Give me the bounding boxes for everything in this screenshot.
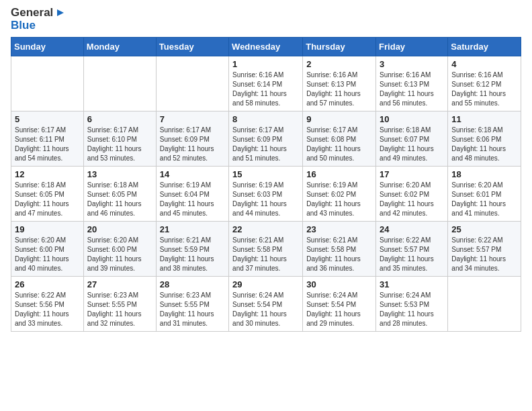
calendar-cell: 7Sunrise: 6:17 AMSunset: 6:09 PMDaylight… <box>156 111 228 167</box>
day-info: Sunrise: 6:17 AMSunset: 6:09 PMDaylight:… <box>232 126 299 163</box>
calendar-cell: 15Sunrise: 6:19 AMSunset: 6:03 PMDayligh… <box>229 167 303 222</box>
weekday-header-thursday: Thursday <box>303 38 376 56</box>
day-info: Sunrise: 6:20 AMSunset: 6:00 PMDaylight:… <box>87 236 152 273</box>
day-number: 11 <box>451 114 517 124</box>
day-info: Sunrise: 6:21 AMSunset: 5:58 PMDaylight:… <box>306 236 372 273</box>
calendar-week-2: 12Sunrise: 6:18 AMSunset: 6:05 PMDayligh… <box>11 167 521 222</box>
calendar-cell: 3Sunrise: 6:16 AMSunset: 6:13 PMDaylight… <box>376 56 448 111</box>
logo-arrow-icon <box>54 7 66 19</box>
calendar-cell: 21Sunrise: 6:21 AMSunset: 5:59 PMDayligh… <box>156 222 228 277</box>
day-number: 13 <box>87 169 152 179</box>
calendar-cell: 9Sunrise: 6:17 AMSunset: 6:08 PMDaylight… <box>303 111 376 167</box>
svg-marker-0 <box>57 9 64 16</box>
day-info: Sunrise: 6:18 AMSunset: 6:06 PMDaylight:… <box>451 126 517 163</box>
day-info: Sunrise: 6:17 AMSunset: 6:11 PMDaylight:… <box>15 126 80 163</box>
calendar-cell: 10Sunrise: 6:18 AMSunset: 6:07 PMDayligh… <box>376 111 448 167</box>
day-info: Sunrise: 6:19 AMSunset: 6:04 PMDaylight:… <box>160 181 225 218</box>
calendar-cell: 11Sunrise: 6:18 AMSunset: 6:06 PMDayligh… <box>448 111 521 167</box>
calendar-cell: 19Sunrise: 6:20 AMSunset: 6:00 PMDayligh… <box>11 222 84 277</box>
calendar-week-0: 1Sunrise: 6:16 AMSunset: 6:14 PMDaylight… <box>11 56 521 111</box>
day-number: 7 <box>160 114 225 124</box>
day-number: 8 <box>232 114 299 124</box>
calendar-cell: 5Sunrise: 6:17 AMSunset: 6:11 PMDaylight… <box>11 111 84 167</box>
day-info: Sunrise: 6:19 AMSunset: 6:02 PMDaylight:… <box>306 181 372 218</box>
day-number: 28 <box>160 279 225 289</box>
calendar-cell: 4Sunrise: 6:16 AMSunset: 6:12 PMDaylight… <box>448 56 521 111</box>
day-number: 30 <box>306 279 372 289</box>
calendar-cell <box>83 56 156 111</box>
day-number: 9 <box>306 114 372 124</box>
day-number: 3 <box>380 59 444 69</box>
day-info: Sunrise: 6:19 AMSunset: 6:03 PMDaylight:… <box>232 181 299 218</box>
calendar-cell: 6Sunrise: 6:17 AMSunset: 6:10 PMDaylight… <box>83 111 156 167</box>
day-number: 15 <box>232 169 299 179</box>
calendar-cell: 24Sunrise: 6:22 AMSunset: 5:57 PMDayligh… <box>376 222 448 277</box>
calendar-page: General Blue SundayMondayTuesdayWednesda… <box>0 0 532 411</box>
day-info: Sunrise: 6:22 AMSunset: 5:57 PMDaylight:… <box>380 236 444 273</box>
day-info: Sunrise: 6:24 AMSunset: 5:54 PMDaylight:… <box>306 291 372 328</box>
logo-blue-text: Blue <box>11 19 66 32</box>
page-header: General Blue <box>11 7 521 32</box>
calendar-cell: 20Sunrise: 6:20 AMSunset: 6:00 PMDayligh… <box>83 222 156 277</box>
day-number: 25 <box>451 224 517 234</box>
day-number: 18 <box>451 169 517 179</box>
day-info: Sunrise: 6:17 AMSunset: 6:09 PMDaylight:… <box>160 126 225 163</box>
logo-container: General Blue <box>11 7 66 32</box>
day-info: Sunrise: 6:18 AMSunset: 6:05 PMDaylight:… <box>15 181 80 218</box>
day-info: Sunrise: 6:17 AMSunset: 6:10 PMDaylight:… <box>87 126 152 163</box>
day-number: 1 <box>232 59 299 69</box>
day-info: Sunrise: 6:16 AMSunset: 6:12 PMDaylight:… <box>451 71 517 108</box>
day-number: 24 <box>380 224 444 234</box>
logo: General Blue <box>11 7 66 32</box>
calendar-cell: 14Sunrise: 6:19 AMSunset: 6:04 PMDayligh… <box>156 167 228 222</box>
weekday-header-friday: Friday <box>376 38 448 56</box>
weekday-header-row: SundayMondayTuesdayWednesdayThursdayFrid… <box>11 38 521 56</box>
calendar-cell: 28Sunrise: 6:23 AMSunset: 5:55 PMDayligh… <box>156 277 228 332</box>
day-number: 31 <box>380 279 444 289</box>
weekday-header-wednesday: Wednesday <box>229 38 303 56</box>
weekday-header-monday: Monday <box>83 38 156 56</box>
calendar-week-1: 5Sunrise: 6:17 AMSunset: 6:11 PMDaylight… <box>11 111 521 167</box>
calendar-cell <box>156 56 228 111</box>
day-number: 2 <box>306 59 372 69</box>
weekday-header-saturday: Saturday <box>448 38 521 56</box>
calendar-cell: 8Sunrise: 6:17 AMSunset: 6:09 PMDaylight… <box>229 111 303 167</box>
calendar-cell: 17Sunrise: 6:20 AMSunset: 6:02 PMDayligh… <box>376 167 448 222</box>
calendar-cell: 12Sunrise: 6:18 AMSunset: 6:05 PMDayligh… <box>11 167 84 222</box>
calendar-cell: 26Sunrise: 6:22 AMSunset: 5:56 PMDayligh… <box>11 277 84 332</box>
calendar-week-4: 26Sunrise: 6:22 AMSunset: 5:56 PMDayligh… <box>11 277 521 332</box>
calendar-cell <box>448 277 521 332</box>
day-info: Sunrise: 6:24 AMSunset: 5:53 PMDaylight:… <box>380 291 444 328</box>
day-info: Sunrise: 6:23 AMSunset: 5:55 PMDaylight:… <box>87 291 152 328</box>
day-number: 10 <box>380 114 444 124</box>
calendar-cell: 31Sunrise: 6:24 AMSunset: 5:53 PMDayligh… <box>376 277 448 332</box>
calendar-cell: 1Sunrise: 6:16 AMSunset: 6:14 PMDaylight… <box>229 56 303 111</box>
calendar-cell: 23Sunrise: 6:21 AMSunset: 5:58 PMDayligh… <box>303 222 376 277</box>
day-number: 6 <box>87 114 152 124</box>
day-number: 12 <box>15 169 80 179</box>
calendar-week-3: 19Sunrise: 6:20 AMSunset: 6:00 PMDayligh… <box>11 222 521 277</box>
calendar-table: SundayMondayTuesdayWednesdayThursdayFrid… <box>11 37 521 332</box>
day-number: 16 <box>306 169 372 179</box>
calendar-cell: 22Sunrise: 6:21 AMSunset: 5:58 PMDayligh… <box>229 222 303 277</box>
day-info: Sunrise: 6:22 AMSunset: 5:56 PMDaylight:… <box>15 291 80 328</box>
day-info: Sunrise: 6:18 AMSunset: 6:05 PMDaylight:… <box>87 181 152 218</box>
calendar-cell: 30Sunrise: 6:24 AMSunset: 5:54 PMDayligh… <box>303 277 376 332</box>
day-number: 20 <box>87 224 152 234</box>
calendar-cell <box>11 56 84 111</box>
calendar-cell: 13Sunrise: 6:18 AMSunset: 6:05 PMDayligh… <box>83 167 156 222</box>
day-info: Sunrise: 6:20 AMSunset: 6:01 PMDaylight:… <box>451 181 517 218</box>
day-number: 21 <box>160 224 225 234</box>
calendar-cell: 2Sunrise: 6:16 AMSunset: 6:13 PMDaylight… <box>303 56 376 111</box>
weekday-header-sunday: Sunday <box>11 38 84 56</box>
calendar-cell: 27Sunrise: 6:23 AMSunset: 5:55 PMDayligh… <box>83 277 156 332</box>
day-number: 19 <box>15 224 80 234</box>
day-info: Sunrise: 6:20 AMSunset: 6:02 PMDaylight:… <box>380 181 444 218</box>
weekday-header-tuesday: Tuesday <box>156 38 228 56</box>
day-number: 5 <box>15 114 80 124</box>
day-info: Sunrise: 6:20 AMSunset: 6:00 PMDaylight:… <box>15 236 80 273</box>
day-number: 23 <box>306 224 372 234</box>
day-number: 26 <box>15 279 80 289</box>
day-number: 29 <box>232 279 299 289</box>
day-info: Sunrise: 6:21 AMSunset: 5:59 PMDaylight:… <box>160 236 225 273</box>
